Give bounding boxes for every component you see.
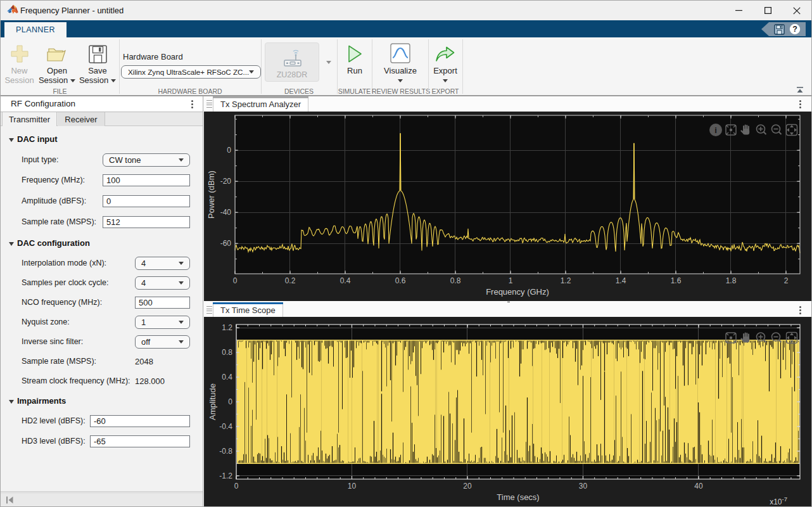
section-collapse-icon <box>9 400 14 404</box>
hd3-level-dbfs-label: HD3 level (dBFS): <box>22 437 86 446</box>
dropdown-caret-icon <box>179 158 184 162</box>
run-icon <box>345 44 364 64</box>
interpolation-mode-xn-dropdown[interactable]: 4 <box>135 257 190 270</box>
minimize-button[interactable] <box>724 1 753 20</box>
dropdown-caret-icon <box>179 340 184 343</box>
close-button[interactable] <box>782 1 811 20</box>
section-separator <box>337 39 338 94</box>
spectrum-menu-icon[interactable] <box>796 99 804 109</box>
devices-dropdown-button[interactable] <box>321 42 336 82</box>
y-axis-label: Amplitude <box>208 383 217 420</box>
sample-rate-msps-input[interactable]: 512 <box>103 216 190 228</box>
inverse-sinc-filter-dropdown[interactable]: off <box>135 335 190 349</box>
spectrum-grip-icon[interactable] <box>206 100 212 108</box>
section-label-review-results: REVIEW RESULTS <box>372 87 428 96</box>
timescope-grip-icon[interactable] <box>206 306 212 314</box>
input-type-label: Input type: <box>22 155 58 164</box>
input-type-dropdown[interactable]: CW tone <box>103 153 190 167</box>
samples-per-clock-cycle-label: Samples per clock cycle: <box>22 278 109 287</box>
collapse-toolstrip-icon <box>796 86 804 94</box>
ribbon-tab-band: PLANNER ? <box>1 20 811 37</box>
svg-text:?: ? <box>792 25 797 34</box>
tab-planner[interactable]: PLANNER <box>4 22 67 37</box>
sdr-device-icon <box>279 45 305 68</box>
visualize-button[interactable]: Visualize <box>378 39 422 85</box>
new-session-button[interactable]: New Session <box>3 39 36 85</box>
export-icon <box>435 45 456 64</box>
tab-tx-time-scope[interactable]: Tx Time Scope <box>213 302 283 318</box>
inverse-sinc-filter-label: Inverse sinc filter: <box>22 337 83 346</box>
x-tick-label: 30 <box>579 482 588 491</box>
section-header-dac-input[interactable]: DAC input <box>9 134 58 144</box>
svg-text:i: i <box>714 125 717 135</box>
open-session-button[interactable]: Open Session <box>37 39 77 85</box>
hardware-board-dropdown[interactable]: Xilinx Zynq UltraScale+ RFSoC ZC... <box>121 65 261 79</box>
section-header-dac-configuration[interactable]: DAC configuration <box>9 238 90 248</box>
x-tick-label: 2 <box>784 276 789 285</box>
amplitude-dbfs-label: Amplitude (dBFS): <box>22 196 86 205</box>
y-axis-label: Power (dBm) <box>206 170 216 219</box>
rf-configuration-panel: RF Configuration Transmitter Receiver DA… <box>1 96 203 506</box>
devices-caret-icon <box>326 61 331 64</box>
tab-transmitter[interactable]: Transmitter <box>2 112 57 127</box>
sample-rate-msps-value: 2048 <box>135 357 153 366</box>
section-separator <box>261 39 262 94</box>
y-tick-label: -1.2 <box>219 472 232 480</box>
section-label-devices: DEVICES <box>261 87 337 96</box>
hd3-level-dbfs-input[interactable]: -65 <box>90 435 190 447</box>
run-button[interactable]: Run <box>338 39 371 75</box>
x-tick-label: 0 <box>233 276 238 285</box>
nco-frequency-mhz-label: NCO frequency (MHz): <box>22 298 102 307</box>
rf-configuration-tabs: Transmitter Receiver <box>1 112 203 126</box>
y-tick-label: 0 <box>227 146 231 155</box>
hardware-board-caret-icon <box>249 70 254 74</box>
y-tick-label: -20 <box>220 177 232 186</box>
rf-configuration-menu-icon[interactable] <box>187 99 196 109</box>
y-tick-label: 0.4 <box>222 373 232 382</box>
visualize-icon <box>390 42 411 64</box>
y-tick-label: -60 <box>220 239 232 248</box>
collapse-toolstrip-button[interactable] <box>796 86 804 94</box>
toolstrip: New Session Open Session Save Session FI… <box>1 37 811 96</box>
tab-receiver[interactable]: Receiver <box>58 112 105 127</box>
nco-frequency-mhz-input[interactable]: 500 <box>135 297 190 309</box>
close-icon <box>793 7 801 15</box>
x-axis-label: Time (secs) <box>497 492 539 502</box>
collapse-panel-icon[interactable] <box>6 496 15 504</box>
section-collapse-icon <box>9 242 14 246</box>
device-zu28dr-button[interactable]: ZU28DR <box>265 42 319 82</box>
tx-spectrum-analyzer-plot[interactable]: 00.20.40.60.811.21.41.61.820-20-40-60Fre… <box>204 112 812 301</box>
amplitude-dbfs-input[interactable]: 0 <box>103 195 190 207</box>
section-separator <box>462 39 463 94</box>
maximize-icon <box>764 7 771 14</box>
y-tick-label: 0.8 <box>222 348 232 357</box>
sample-rate-msps-label: Sample rate (MSPS): <box>22 357 96 366</box>
timescope-menu-icon[interactable] <box>796 305 804 315</box>
nyquist-zone-dropdown[interactable]: 1 <box>135 316 190 329</box>
y-tick-label: -0.4 <box>219 422 232 431</box>
y-tick-label: -40 <box>220 208 232 217</box>
samples-per-clock-cycle-dropdown[interactable]: 4 <box>135 276 190 290</box>
frequency-mhz-input[interactable]: 100 <box>103 174 190 186</box>
tab-tx-spectrum-analyzer[interactable]: Tx Spectrum Analyzer <box>213 96 308 112</box>
sample-rate-msps-label: Sample rate (MSPS): <box>22 217 96 226</box>
tx-time-scope-plot[interactable]: 0102030401.20.80.40-0.4-0.8-1.2Time (sec… <box>204 317 812 506</box>
rf-form: DAC inputInput type:CW toneFrequency (MH… <box>1 126 203 492</box>
maximize-button[interactable] <box>753 1 782 20</box>
dropdown-caret-icon <box>179 262 184 265</box>
section-header-impairments[interactable]: Impairments <box>9 396 66 406</box>
x-tick-label: 0.6 <box>395 276 406 285</box>
save-session-caret-icon <box>111 79 116 82</box>
hd2-level-dbfs-input[interactable]: -60 <box>90 415 190 427</box>
x-tick-label: 40 <box>694 482 703 491</box>
info-tool-icon[interactable]: i <box>709 124 722 136</box>
help-icon[interactable]: ? <box>789 23 801 35</box>
y-tick-label: -0.8 <box>219 447 232 456</box>
section-label-hardware-board: HARDWARE BOARD <box>119 87 261 96</box>
x-tick-label: 1.4 <box>616 276 626 285</box>
save-session-button[interactable]: Save Session <box>78 39 117 85</box>
hardware-board-field-label: Hardware Board <box>123 52 183 61</box>
save-icon[interactable] <box>774 24 785 35</box>
hd2-level-dbfs-label: HD2 level (dBFS): <box>22 416 86 425</box>
export-button[interactable]: Export <box>429 39 462 85</box>
